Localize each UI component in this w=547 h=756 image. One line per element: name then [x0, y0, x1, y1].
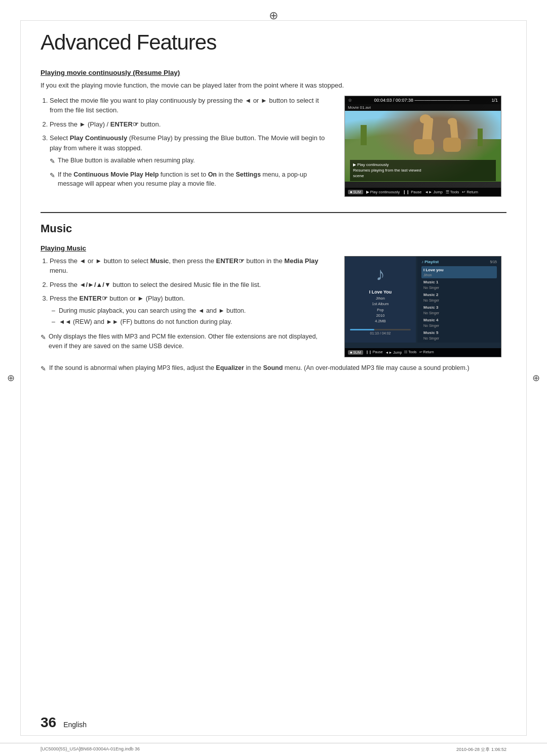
playlist-item-2-title: Music 2	[423, 292, 495, 298]
tree2	[478, 129, 483, 146]
movie-section: Playing movie continuously (Resume Play)…	[41, 69, 506, 197]
pencil-icon-2: ✎	[50, 171, 55, 181]
music-note-icon: ♪	[376, 264, 385, 285]
giraffe-body2	[443, 138, 461, 152]
music-global-note: ✎ If the sound is abnormal when playing …	[41, 363, 506, 374]
page-label: English	[63, 721, 87, 729]
song-size: 4.2MB	[369, 318, 392, 324]
time-display: 01:10 / 04:02	[350, 331, 411, 335]
playlist-item-1-title: Music 1	[423, 279, 495, 285]
giraffe-head	[420, 114, 431, 123]
playlist-item-3-title: Music 3	[423, 305, 495, 310]
music-step-1: Press the ◄ or ► button to select Music,…	[50, 256, 329, 276]
music-text-col: Press the ◄ or ► button to select Music,…	[41, 256, 329, 355]
playlist-item-5-title: Music 5	[423, 330, 495, 335]
page-number-area: 36 English	[41, 715, 87, 731]
song-title: I Love You	[369, 289, 392, 296]
movie-note-1: ✎ The Blue button is available when resu…	[50, 156, 329, 166]
music-note-1: ✎ Only displays the files with MP3 and P…	[41, 332, 329, 351]
music-section: Music Playing Music Press the ◄ or ► but…	[41, 212, 506, 374]
movie-two-col: Select the movie file you want to play c…	[41, 96, 506, 197]
playlist-item-3-sub: No Singer	[423, 311, 495, 316]
movie-overlay: ▶ Play continuously Resumes playing from…	[350, 160, 496, 181]
page-title: Advanced Features	[41, 30, 506, 55]
music-subnote-2: – ◄◄ (REW) and ►► (FF) buttons do not fu…	[52, 317, 329, 327]
movie-tv-screenshot: ☆ 00:04:03 / 00:07:38 ───────────────── …	[344, 96, 501, 197]
music-ctrl-return: ↩ Return	[419, 350, 434, 354]
music-ctrl-jump: ◄► Jump	[385, 351, 402, 354]
ctrl-tools: ☰ Tools	[446, 190, 459, 194]
playlist-item-5-sub: No Singer	[423, 336, 495, 341]
music-tv-screenshot: ♪ I Love You Jihon 1st Album Pop 2010 4.…	[344, 256, 501, 357]
song-artist: Jihon	[369, 296, 392, 301]
music-steps: Press the ◄ or ► button to select Music,…	[50, 256, 329, 327]
music-ctrl-sum: ■ SUM	[348, 350, 363, 355]
date-info: 2010-06-28 오후 1:06:52	[456, 746, 506, 753]
music-left-panel: ♪ I Love You Jihon 1st Album Pop 2010 4.…	[345, 257, 416, 343]
movie-text-col: Select the movie file you want to play c…	[41, 96, 329, 194]
file-info: [UC5000(5S)_USA]BN68-03004A-01Eng.indb 3…	[41, 746, 140, 753]
playlist-item-0-sub: Jihon	[423, 273, 495, 278]
movie-tv-topbar: ☆ 00:04:03 / 00:07:38 ───────────────── …	[345, 96, 501, 104]
giraffe-head2	[448, 118, 457, 125]
overlay-line1: ▶ Play continuously	[353, 162, 493, 167]
movie-section-title: Playing movie continuously (Resume Play)	[41, 69, 506, 76]
playlist-title: ♪ Playlist	[421, 260, 439, 264]
ctrl-sum: ■ SUM	[348, 190, 363, 194]
movie-note-2: ✎ If the Continuous Movie Play Help func…	[50, 170, 329, 189]
playlist-item-2: Music 2 No Singer	[421, 291, 497, 304]
music-ctrl-pause: ❙❙ Pause	[366, 350, 383, 354]
ctrl-play-cont: ▶ Play continuously	[366, 190, 400, 194]
page-container: Advanced Features Playing movie continuo…	[0, 0, 547, 756]
playlist-header: ♪ Playlist 5/15	[421, 260, 497, 264]
movie-step-3: Select Play Continuously (Resume Play) b…	[50, 133, 329, 189]
song-album: 1st Album	[369, 301, 392, 307]
progress-bg	[350, 329, 411, 330]
music-controls-bar: ■ SUM ❙❙ Pause ◄► Jump ☷ Tools ↩ Return	[345, 348, 501, 357]
overlay-line2: Resumes playing from the last viewed	[353, 167, 493, 173]
movie-tv-time: 00:04:03 / 00:07:38 ─────────────────	[374, 98, 470, 103]
music-step-3: Press the ENTER☞ button or ► (Play) butt…	[50, 293, 329, 327]
playlist-item-0: I Love you Jihon	[421, 266, 497, 279]
pencil-icon-1: ✎	[50, 156, 55, 166]
music-ctrl-tools: ☷ Tools	[404, 350, 416, 354]
movie-steps: Select the movie file you want to play c…	[50, 96, 329, 189]
page-number: 36	[41, 715, 56, 731]
progress-fill	[350, 329, 374, 330]
overlay-line3: scene	[353, 173, 493, 179]
movie-step-1: Select the movie file you want to play c…	[50, 96, 329, 115]
playing-music-title: Playing Music	[41, 244, 506, 252]
playlist-item-4: Music 4 No Singer	[421, 316, 497, 329]
music-two-col: Press the ◄ or ► button to select Music,…	[41, 256, 506, 357]
ctrl-return: ↩ Return	[462, 190, 478, 194]
song-year: 2010	[369, 313, 392, 318]
pencil-icon-global: ✎	[41, 364, 46, 374]
playlist-item-4-sub: No Singer	[423, 323, 495, 328]
pencil-icon-music-1: ✎	[41, 332, 46, 343]
music-section-title: Music	[41, 222, 506, 235]
music-step-2: Press the ◄/►/▲/▼ button to select the d…	[50, 280, 329, 290]
playlist-item-3: Music 3 No Singer	[421, 304, 497, 316]
movie-tv-page: 1/1	[491, 98, 498, 103]
playlist-item-1-sub: No Singer	[423, 285, 495, 290]
music-info: I Love You Jihon 1st Album Pop 2010 4.2M…	[369, 289, 392, 324]
giraffe-body1	[414, 139, 434, 154]
movie-step-2: Press the ► (Play) / ENTER☞ button.	[50, 119, 329, 130]
playlist-item-5: Music 5 No Singer	[421, 329, 497, 342]
ctrl-pause: ❙❙ Pause	[403, 190, 421, 194]
playlist-count: 5/15	[490, 260, 497, 264]
movie-filename: Movie 01.avi	[345, 104, 501, 111]
playlist-item-4-title: Music 4	[423, 317, 495, 323]
movie-tv-icon: ☆	[348, 98, 352, 103]
progress-container: 01:10 / 04:02	[350, 329, 411, 335]
playlist-item-0-title: I Love you	[423, 267, 495, 273]
movie-controls-bar: ■ SUM ▶ Play continuously ❙❙ Pause ◄► Ju…	[345, 188, 501, 196]
music-right-panel: ♪ Playlist 5/15 I Love you Jihon Music 1…	[417, 257, 501, 343]
bottom-file-bar: [UC5000(5S)_USA]BN68-03004A-01Eng.indb 3…	[0, 743, 547, 756]
movie-screenshot-col: ☆ 00:04:03 / 00:07:38 ───────────────── …	[344, 96, 506, 197]
playlist-item-1: Music 1 No Singer	[421, 278, 497, 291]
tree1	[361, 125, 367, 145]
song-genre: Pop	[369, 307, 392, 313]
music-screenshot-col: ♪ I Love You Jihon 1st Album Pop 2010 4.…	[344, 256, 506, 357]
playlist-item-2-sub: No Singer	[423, 298, 495, 303]
